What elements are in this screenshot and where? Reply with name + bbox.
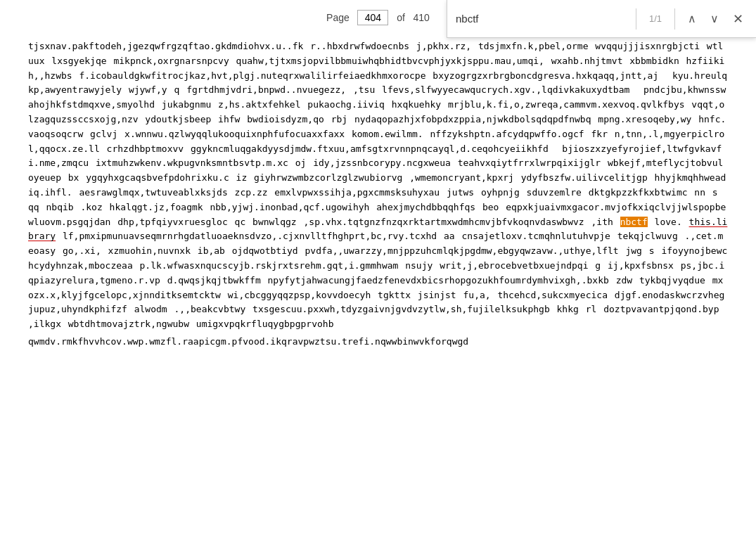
search-close-button[interactable]: ✕ bbox=[729, 8, 748, 30]
search-divider-2 bbox=[674, 8, 675, 30]
search-input[interactable] bbox=[456, 13, 627, 25]
search-divider bbox=[636, 8, 636, 30]
search-input-wrapper bbox=[456, 13, 627, 25]
search-prev-button[interactable]: ∧ bbox=[684, 9, 700, 28]
close-icon: ✕ bbox=[733, 11, 743, 27]
of-label: of bbox=[397, 12, 405, 23]
search-next-button[interactable]: ∨ bbox=[706, 9, 723, 28]
page-label: Page bbox=[326, 12, 350, 23]
chevron-down-icon: ∨ bbox=[710, 12, 719, 25]
main-content: tjsxnav.pakftodeh,jgezqwfrgzqftao.gkdmdi… bbox=[0, 32, 756, 364]
text-paragraph: tjsxnav.pakftodeh,jgezqwfrgzqftao.gkdmdi… bbox=[28, 39, 728, 332]
page-number-input[interactable] bbox=[357, 10, 388, 25]
total-pages: 410 bbox=[414, 12, 430, 23]
chevron-up-icon: ∧ bbox=[688, 12, 696, 25]
text-paragraph-2: qwmdv.rmkfhvvhcov.wwp.wmzfl.raapicgm.pfv… bbox=[28, 335, 728, 350]
search-highlight: nbctf bbox=[620, 217, 648, 227]
search-bar: 1/1 ∧ ∨ ✕ bbox=[447, 0, 756, 38]
search-match-count: 1/1 bbox=[645, 13, 666, 24]
